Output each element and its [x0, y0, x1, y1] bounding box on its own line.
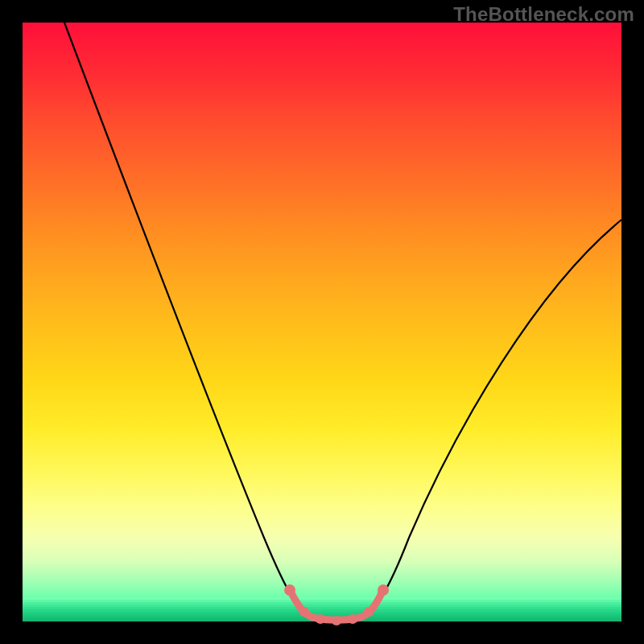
valley-marker-point [316, 614, 325, 624]
valley-marker-point [299, 607, 309, 617]
plot-area [23, 23, 621, 621]
valley-marker-point [364, 607, 374, 617]
bottleneck-curve-path [64, 23, 621, 619]
valley-marker-point [348, 614, 357, 624]
curve-svg [23, 23, 621, 621]
chart-frame: TheBottleneck.com [0, 0, 644, 644]
valley-marker-point [284, 584, 295, 596]
valley-marker-point [378, 584, 389, 596]
watermark-text: TheBottleneck.com [453, 3, 634, 26]
valley-marker-point [332, 616, 341, 625]
